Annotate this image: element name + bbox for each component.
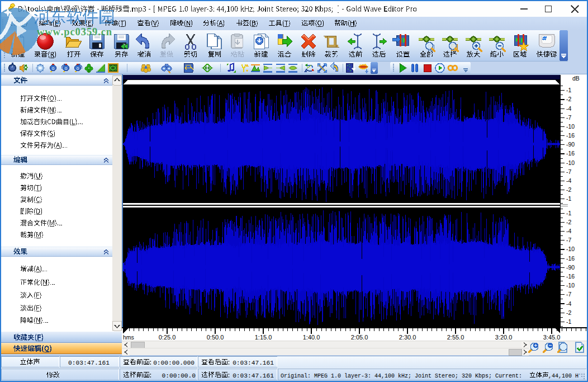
svg-text:-10: -10 (566, 246, 575, 252)
svg-text:1:40.0: 1:40.0 (303, 334, 320, 341)
svg-text:www.pc0359.cn: www.pc0359.cn (37, 26, 112, 37)
svg-text:3:45.0: 3:45.0 (543, 334, 561, 341)
svg-text:-90: -90 (566, 264, 575, 271)
svg-text:-1: -1 (566, 87, 571, 93)
svg-text:,44,100 H: ,44,100 H (548, 373, 578, 379)
svg-text:-10: -10 (566, 282, 575, 289)
svg-text:-16: -16 (566, 132, 575, 139)
svg-text:0:03:47.161: 0:03:47.161 (233, 360, 274, 366)
svg-text:0:00:00.0: 0:00:00.0 (162, 372, 196, 379)
svg-text:-7: -7 (566, 168, 571, 175)
svg-text:0:03:47.161: 0:03:47.161 (233, 372, 274, 379)
svg-text:-4: -4 (566, 300, 571, 307)
svg-text:-4: -4 (566, 177, 571, 184)
svg-text:-1: -1 (566, 210, 571, 216)
svg-text:-2: -2 (566, 309, 571, 316)
svg-text:0: 0 (77, 66, 79, 71)
svg-text:-2: -2 (566, 186, 571, 193)
svg-text:-2: -2 (566, 219, 571, 225)
svg-text:0:25.0: 0:25.0 (159, 334, 176, 341)
svg-text:0:00:00.000: 0:00:00.000 (153, 360, 195, 366)
svg-text:-16: -16 (566, 273, 575, 280)
svg-text:-90: -90 (566, 141, 575, 148)
svg-text:0: 0 (65, 66, 68, 71)
svg-text:2:55.0: 2:55.0 (447, 334, 464, 341)
svg-text:-1: -1 (566, 318, 571, 325)
svg-text:-7: -7 (566, 114, 571, 121)
svg-text:dB: dB (572, 75, 580, 82)
svg-text:-16: -16 (566, 255, 575, 262)
svg-text:2:05.0: 2:05.0 (351, 334, 368, 341)
svg-text:-4: -4 (566, 228, 571, 234)
svg-text:-4: -4 (566, 105, 571, 112)
svg-text:1:15.0: 1:15.0 (255, 334, 272, 341)
svg-text:2:30.0: 2:30.0 (399, 334, 416, 341)
svg-text:0:50.0: 0:50.0 (207, 334, 224, 341)
svg-text:hms: hms (123, 334, 134, 341)
svg-text:Original: MPEG 1.0 layer-3: 44: Original: MPEG 1.0 layer-3: 44,100 kHz; … (281, 373, 522, 379)
svg-text:-1: -1 (566, 195, 571, 202)
svg-text:-10: -10 (566, 123, 575, 130)
svg-text:0:03:47.161: 0:03:47.161 (68, 360, 110, 366)
svg-text:-2: -2 (566, 96, 571, 102)
svg-text:3:20.0: 3:20.0 (495, 334, 513, 341)
svg-text:-16: -16 (566, 150, 575, 157)
svg-text:-7: -7 (566, 237, 571, 243)
svg-text:-10: -10 (566, 159, 575, 166)
svg-text:0: 0 (52, 66, 55, 71)
svg-text:-7: -7 (566, 291, 571, 298)
